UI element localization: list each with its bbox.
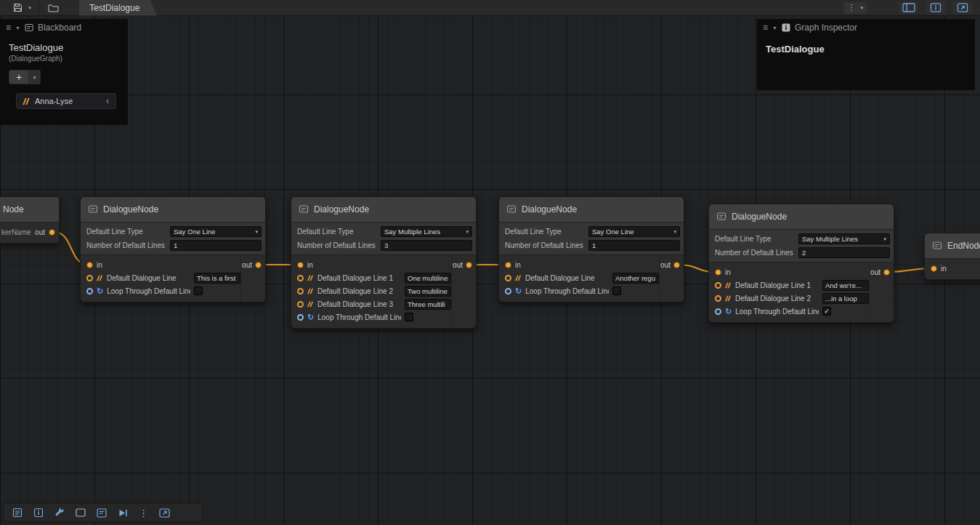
out-port-label: out <box>242 261 252 269</box>
line-type-dropdown[interactable]: Say Multiple Lines ▾ <box>381 226 472 237</box>
out-port[interactable] <box>255 262 262 268</box>
bool-port[interactable] <box>505 288 511 294</box>
out-port[interactable] <box>466 262 472 268</box>
tools-button[interactable] <box>54 508 65 518</box>
toggle-inspector-button[interactable] <box>926 1 946 14</box>
caret-down-icon[interactable]: ▾ <box>860 5 863 10</box>
port-row: Default Dialogue Line 1 <box>709 278 869 292</box>
tab-testdialogue[interactable]: TestDialogue <box>79 0 157 16</box>
frame-icon <box>76 508 86 517</box>
dialogue-line-field[interactable] <box>612 273 659 284</box>
in-port[interactable] <box>297 262 304 268</box>
port-row: in <box>81 258 240 271</box>
dialogue-line-field[interactable] <box>822 293 869 304</box>
string-port[interactable] <box>715 295 721 302</box>
caret-down-icon: ▾ <box>883 236 886 241</box>
chevron-left-icon[interactable]: ‹ <box>106 97 109 105</box>
node-dialogue-2[interactable]: DialogueNode Default Line Type Say Multi… <box>291 196 477 329</box>
node-title-label: DialogueNode <box>314 204 369 215</box>
dialogue-node-icon <box>716 212 726 222</box>
loop-checkbox[interactable] <box>405 313 413 321</box>
line-type-dropdown[interactable]: Say One Line ▾ <box>170 226 262 237</box>
save-options-dropdown[interactable]: ▾ <box>25 1 34 15</box>
dialogue-line-field[interactable] <box>405 273 451 284</box>
string-port[interactable] <box>505 275 511 281</box>
in-port[interactable] <box>715 269 721 276</box>
frame-button[interactable] <box>76 508 86 517</box>
bool-port[interactable] <box>715 308 721 315</box>
in-port[interactable] <box>86 262 93 268</box>
in-port[interactable] <box>505 262 511 268</box>
port-row: in <box>925 262 980 275</box>
num-lines-field[interactable] <box>798 247 890 258</box>
save-button[interactable] <box>10 1 25 15</box>
out-port[interactable] <box>673 262 680 268</box>
node-dialogue-4[interactable]: DialogueNode Default Line Type Say Multi… <box>708 204 894 323</box>
loop-checkbox[interactable] <box>612 286 621 295</box>
port-row: out <box>453 258 472 271</box>
node-dialogue-3[interactable]: DialogueNode Default Line Type Say One L… <box>498 196 684 302</box>
dialogue-line-field[interactable] <box>405 299 451 310</box>
caret-down-icon: ▾ <box>28 5 31 10</box>
dialogue-line-field[interactable] <box>822 280 869 291</box>
line-type-dropdown[interactable]: Say Multiple Lines ▾ <box>798 233 890 244</box>
line-type-label: Default Line Type <box>505 228 562 236</box>
blackboard-header[interactable]: ≡ ▼ Blackboard <box>0 19 128 36</box>
bool-port[interactable] <box>297 314 304 321</box>
string-port[interactable] <box>297 275 304 281</box>
node-speaker[interactable]: Node kerName out <box>0 196 60 244</box>
blackboard-toggle-button[interactable] <box>97 508 107 518</box>
string-port[interactable] <box>715 282 721 289</box>
loop-checkbox[interactable]: ✓ <box>822 307 831 316</box>
dialogue-line-field[interactable] <box>405 286 451 297</box>
folder-icon <box>48 4 59 12</box>
collapse-caret-icon[interactable]: ▼ <box>15 25 20 31</box>
out-port[interactable] <box>49 229 55 236</box>
port-row: kerName out <box>0 225 55 239</box>
node-properties: Default Line Type Say One Line ▾ Number … <box>499 223 684 255</box>
string-port[interactable] <box>297 301 304 308</box>
node-end[interactable]: EndNode in <box>924 233 980 280</box>
in-port[interactable] <box>931 265 937 272</box>
string-port[interactable] <box>297 288 304 294</box>
top-toolbar: ▾ TestDialogue ⋮ ▾ <box>0 0 980 16</box>
add-property-button[interactable]: + <box>9 70 29 84</box>
quote-icon <box>516 275 522 281</box>
dialogue-line-field[interactable] <box>194 273 240 284</box>
kebab-menu-icon[interactable]: ⋮ <box>847 4 855 12</box>
inspector-header[interactable]: ≡ ▼ Graph Inspector <box>757 19 975 36</box>
blackboard-property-anna-lyse[interactable]: Anna-Lyse ‹ <box>16 93 116 109</box>
num-lines-field[interactable] <box>588 240 680 251</box>
play-button[interactable] <box>118 508 128 518</box>
string-port[interactable] <box>86 275 93 281</box>
save-icon <box>13 3 23 12</box>
loop-checkbox[interactable] <box>194 286 203 295</box>
plus-icon: + <box>16 71 22 83</box>
num-lines-field[interactable] <box>170 240 262 251</box>
collapse-caret-icon[interactable]: ▼ <box>772 25 777 31</box>
open-asset-button[interactable] <box>45 1 62 15</box>
node-properties: Default Line Type Say One Line ▾ Number … <box>81 223 265 255</box>
num-lines-field[interactable] <box>381 240 472 251</box>
inspector-toggle-button[interactable] <box>33 508 44 518</box>
hamburger-icon[interactable]: ≡ <box>6 23 11 32</box>
notes-button[interactable] <box>12 508 23 518</box>
toolbar-separator <box>39 3 40 12</box>
toggle-blackboard-button[interactable] <box>899 1 919 14</box>
loop-label: Loop Through Default Lines? <box>735 308 819 316</box>
loop-icon: ↻ <box>97 287 103 295</box>
bool-port[interactable] <box>86 288 93 294</box>
open-external-button[interactable] <box>159 508 170 518</box>
out-port[interactable] <box>883 269 890 276</box>
more-options-button[interactable]: ⋮ <box>139 508 148 518</box>
node-title-label: DialogueNode <box>522 204 577 215</box>
open-in-window-button[interactable] <box>952 1 973 14</box>
quote-icon <box>23 98 30 105</box>
add-property-dropdown[interactable]: ▾ <box>29 70 41 84</box>
play-icon <box>118 508 128 518</box>
node-properties: Default Line Type Say Multiple Lines ▾ N… <box>709 230 894 262</box>
hamburger-icon[interactable]: ≡ <box>763 23 768 32</box>
line-type-dropdown[interactable]: Say One Line ▾ <box>588 226 680 237</box>
node-dialogue-1[interactable]: DialogueNode Default Line Type Say One L… <box>80 196 266 302</box>
port-row: ↻ Loop Through Default Lines? <box>291 310 451 324</box>
